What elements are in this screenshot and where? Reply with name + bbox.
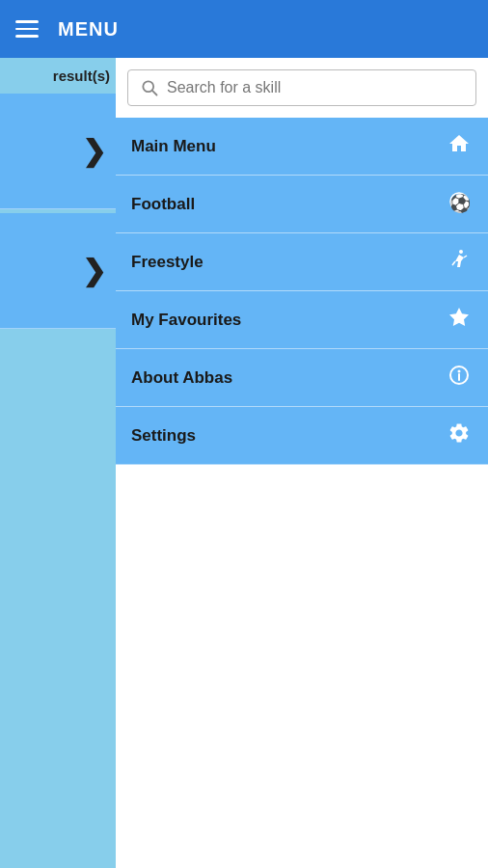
menu-item-my-favourites[interactable]: My Favourites bbox=[116, 291, 488, 349]
menu-item-main-menu[interactable]: Main Menu bbox=[116, 118, 488, 176]
header-title: MENU bbox=[58, 18, 119, 41]
menu-list: Main Menu Football bbox=[116, 118, 488, 465]
svg-text:⚽: ⚽ bbox=[449, 193, 471, 213]
result-label: result(s) bbox=[0, 58, 116, 90]
right-panel: Main Menu Football bbox=[116, 58, 488, 868]
header: MENU bbox=[0, 0, 488, 58]
info-icon bbox=[446, 364, 473, 393]
search-box bbox=[127, 69, 476, 106]
main-layout: result(s) ❯ ❯ Main bbox=[0, 58, 488, 868]
svg-marker-11 bbox=[449, 308, 469, 326]
gear-icon bbox=[446, 421, 473, 450]
search-icon bbox=[140, 78, 159, 97]
chevron-right-icon: ❯ bbox=[82, 254, 106, 287]
svg-point-10 bbox=[459, 250, 463, 254]
left-list-item[interactable]: ❯ bbox=[0, 213, 116, 329]
empty-area bbox=[116, 465, 488, 868]
star-icon bbox=[446, 306, 473, 335]
menu-item-freestyle[interactable]: Freestyle bbox=[116, 233, 488, 291]
chevron-right-icon: ❯ bbox=[82, 134, 106, 168]
menu-item-settings[interactable]: Settings bbox=[116, 407, 488, 465]
search-input[interactable] bbox=[167, 79, 464, 96]
freestyle-icon bbox=[446, 248, 473, 277]
svg-line-1 bbox=[152, 91, 157, 95]
search-container bbox=[116, 58, 488, 118]
hamburger-menu-button[interactable] bbox=[15, 20, 39, 38]
left-panel: result(s) ❯ ❯ bbox=[0, 58, 116, 868]
menu-item-football[interactable]: Football ⚽ bbox=[116, 176, 488, 233]
football-icon: ⚽ bbox=[446, 190, 473, 219]
home-icon bbox=[446, 132, 473, 161]
menu-item-about-abbas[interactable]: About Abbas bbox=[116, 349, 488, 407]
left-list-item[interactable]: ❯ bbox=[0, 94, 116, 209]
